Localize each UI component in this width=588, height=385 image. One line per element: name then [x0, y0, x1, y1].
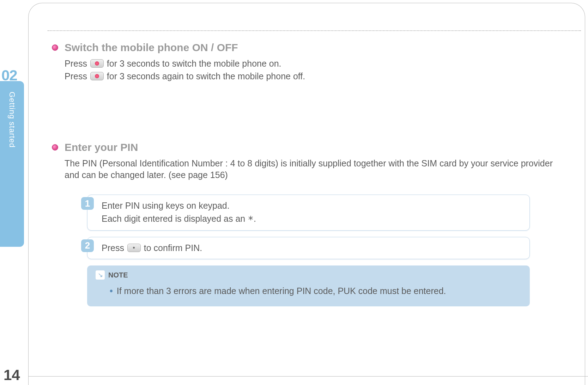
heading-text: Enter your PIN — [65, 141, 138, 153]
section-body: Press for 3 seconds to switch the mobile… — [65, 58, 563, 82]
note-header: ↘ NOTE — [96, 270, 521, 280]
text: to confirm PIN. — [144, 243, 202, 253]
dotted-divider — [48, 30, 581, 31]
step-number-badge: 2 — [81, 239, 94, 252]
side-tab: Getting started — [0, 81, 24, 247]
text: Press — [65, 59, 90, 68]
section-enter-pin: Enter your PIN The PIN (Personal Identif… — [52, 141, 563, 307]
content-area: Switch the mobile phone ON / OFF Press f… — [41, 30, 581, 306]
note-bullet-icon: • — [110, 286, 113, 296]
note-body: • If more than 3 errors are made when en… — [110, 285, 521, 297]
text: Enter PIN using keys on keypad. — [102, 200, 521, 212]
section-heading: Enter your PIN — [52, 141, 563, 153]
step-1: 1 Enter PIN using keys on keypad. Each d… — [87, 195, 530, 231]
bullet-icon — [52, 44, 58, 51]
step-2: 2 Press to confirm PIN. — [87, 237, 530, 259]
asterisk: * — [248, 214, 254, 226]
confirm-button-icon — [127, 244, 141, 252]
section-heading: Switch the mobile phone ON / OFF — [52, 42, 563, 54]
text: for 3 seconds to switch the mobile phone… — [107, 59, 281, 68]
chapter-number: 02 — [1, 67, 17, 84]
note-box: ↘ NOTE • If more than 3 errors are made … — [87, 265, 530, 306]
power-button-icon — [90, 59, 104, 68]
chapter-title: Getting started — [7, 81, 17, 148]
intro-text: The PIN (Personal Identification Number … — [65, 158, 563, 182]
page-number: 14 — [4, 367, 20, 384]
text: Each digit entered is displayed as an — [102, 214, 248, 224]
bullet-icon — [52, 144, 58, 151]
note-arrow-icon: ↘ — [96, 270, 105, 280]
text: for 3 seconds again to switch the mobile… — [107, 71, 305, 81]
power-button-icon — [90, 72, 104, 80]
text: Press — [65, 71, 90, 81]
text: Press — [102, 243, 127, 253]
note-label: NOTE — [108, 271, 128, 279]
step-number-badge: 1 — [81, 197, 94, 210]
heading-text: Switch the mobile phone ON / OFF — [65, 42, 238, 54]
step-text: Enter PIN using keys on keypad. Each dig… — [102, 200, 521, 225]
text: . — [254, 214, 256, 224]
step-text: Press to confirm PIN. — [102, 242, 521, 254]
bottom-rule — [28, 376, 588, 377]
note-text: If more than 3 errors are made when ente… — [117, 286, 446, 296]
section-switch-phone: Switch the mobile phone ON / OFF Press f… — [52, 42, 563, 82]
section-body: The PIN (Personal Identification Number … — [65, 158, 563, 182]
